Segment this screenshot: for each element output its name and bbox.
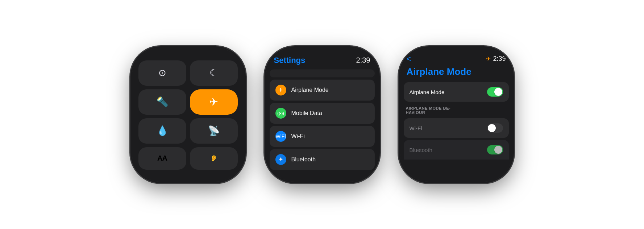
settings-bluetooth-label: Bluetooth (291, 156, 316, 163)
control-center-screen: ⊙ ☾ 🔦 ✈ 💧 📡 AA 👂 (132, 48, 244, 182)
settings-header: Settings 2:39 (266, 48, 378, 69)
airplane-detail-header: < ✈ 2:39 (400, 48, 512, 66)
settings-wifi-icon: WiFi (275, 131, 286, 142)
settings-airplane-label: Airplane Mode (291, 87, 329, 93)
airplane-mode-toggle-label: Airplane Mode (410, 89, 445, 95)
control-center-grid: ⊙ ☾ 🔦 ✈ 💧 📡 AA 👂 (132, 48, 244, 182)
airplane-detail-time: 2:39 (493, 55, 506, 63)
water-lock-button[interactable]: 💧 (138, 118, 186, 144)
airplane-mode-toggle[interactable] (487, 87, 503, 97)
walkie-talkie-button[interactable]: 📡 (190, 118, 238, 144)
moon-icon: ☾ (209, 67, 218, 79)
wifi-sub-row[interactable]: Wi-Fi (404, 118, 509, 138)
water-icon: 💧 (157, 125, 168, 136)
do-not-disturb-button[interactable]: ☾ (190, 60, 238, 86)
hearing-icon: 👂 (210, 155, 217, 162)
settings-mobile-data-icon: ((•)) (275, 108, 286, 119)
settings-list: ✈ Airplane Mode ((•)) Mobile Data WiFi (266, 80, 378, 182)
walkie-talkie-icon: 📡 (208, 125, 220, 136)
airplane-detail-title: Airplane Mode (400, 66, 512, 82)
settings-watch: Settings 2:39 ✈ Airplane Mode ((•)) (266, 48, 378, 182)
settings-airplane-icon: ✈ (275, 85, 286, 96)
back-button[interactable]: < (407, 54, 411, 64)
flashlight-icon: 🔦 (157, 96, 168, 107)
settings-row-bluetooth[interactable]: ✦ Bluetooth (270, 149, 375, 170)
control-center-watch: ⊙ ☾ 🔦 ✈ 💧 📡 AA 👂 (132, 48, 244, 182)
header-airplane-icon: ✈ (486, 55, 491, 62)
settings-row-airplane[interactable]: ✈ Airplane Mode (270, 80, 375, 101)
airplane-behaviour-label: AIRPLANE MODE BE-HAVIOUR (404, 104, 509, 116)
text-size-button[interactable]: AA (138, 147, 186, 170)
settings-screen: Settings 2:39 ✈ Airplane Mode ((•)) (266, 48, 378, 182)
camera-icon: ⊙ (158, 67, 166, 79)
settings-content: Settings 2:39 ✈ Airplane Mode ((•)) (266, 48, 378, 182)
wifi-sub-label: Wi-Fi (410, 125, 422, 131)
bluetooth-sub-label: Bluetooth (410, 147, 432, 153)
settings-row-wifi[interactable]: WiFi Wi-Fi (270, 126, 375, 147)
settings-bluetooth-icon: ✦ (275, 154, 286, 165)
airplane-detail-screen: < ✈ 2:39 Airplane Mode Airplane Mode AIR… (400, 48, 512, 182)
hearing-button[interactable]: 👂 (190, 147, 238, 170)
wifi-toggle-knob (488, 124, 496, 132)
settings-row-mobile-data[interactable]: ((•)) Mobile Data (270, 103, 375, 124)
airplane-detail-watch: < ✈ 2:39 Airplane Mode Airplane Mode AIR… (400, 48, 512, 182)
bluetooth-sub-row[interactable]: Bluetooth (404, 140, 509, 160)
time-wrapper: ✈ 2:39 (486, 55, 506, 63)
settings-mobile-data-label: Mobile Data (291, 110, 322, 116)
settings-wifi-label: Wi-Fi (291, 133, 305, 140)
text-size-icon: AA (157, 154, 167, 162)
toggle-knob (494, 88, 502, 96)
bluetooth-toggle-knob (494, 146, 502, 154)
settings-scroll-indicator (270, 69, 375, 77)
settings-title: Settings (274, 56, 306, 65)
bluetooth-toggle[interactable] (487, 145, 503, 154)
settings-time: 2:39 (356, 56, 370, 64)
airplane-icon: ✈ (209, 96, 218, 108)
airplane-mode-toggle-row[interactable]: Airplane Mode (404, 82, 509, 102)
flashlight-button[interactable]: 🔦 (138, 89, 186, 115)
camera-button[interactable]: ⊙ (138, 60, 186, 86)
airplane-detail-list: Airplane Mode AIRPLANE MODE BE-HAVIOUR W… (400, 82, 512, 181)
wifi-toggle[interactable] (487, 123, 503, 133)
airplane-detail-content: < ✈ 2:39 Airplane Mode Airplane Mode AIR… (400, 48, 512, 182)
airplane-mode-button[interactable]: ✈ (190, 89, 238, 115)
